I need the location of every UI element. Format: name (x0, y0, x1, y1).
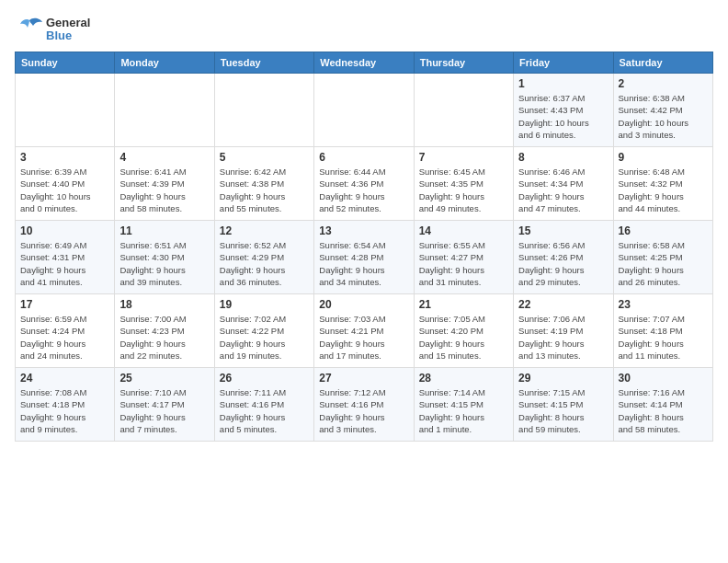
day-info: Sunrise: 6:59 AM Sunset: 4:24 PM Dayligh… (20, 313, 109, 362)
calendar-cell (214, 74, 313, 147)
day-number: 30 (619, 372, 708, 385)
day-number: 5 (220, 151, 309, 164)
calendar-cell: 25Sunrise: 7:10 AM Sunset: 4:17 PM Dayli… (115, 368, 214, 442)
day-info: Sunrise: 6:55 AM Sunset: 4:27 PM Dayligh… (419, 239, 508, 288)
calendar-cell: 27Sunrise: 7:12 AM Sunset: 4:16 PM Dayli… (314, 368, 414, 442)
day-info: Sunrise: 6:49 AM Sunset: 4:31 PM Dayligh… (20, 239, 109, 288)
day-number: 23 (619, 298, 708, 311)
calendar-cell: 29Sunrise: 7:15 AM Sunset: 4:15 PM Dayli… (514, 368, 613, 442)
calendar-cell: 5Sunrise: 6:42 AM Sunset: 4:38 PM Daylig… (214, 147, 313, 221)
day-info: Sunrise: 7:10 AM Sunset: 4:17 PM Dayligh… (119, 386, 209, 435)
day-info: Sunrise: 6:54 AM Sunset: 4:28 PM Dayligh… (319, 239, 408, 288)
day-info: Sunrise: 6:44 AM Sunset: 4:36 PM Dayligh… (319, 166, 408, 214)
day-number: 15 (518, 224, 608, 237)
weekday-header: Saturday (613, 52, 712, 74)
day-number: 17 (20, 298, 109, 311)
calendar-cell: 4Sunrise: 6:41 AM Sunset: 4:39 PM Daylig… (115, 147, 214, 221)
day-number: 6 (319, 151, 408, 164)
logo: General Blue (15, 15, 90, 44)
day-number: 12 (220, 224, 309, 237)
logo-text-blue: Blue (46, 29, 90, 42)
day-info: Sunrise: 6:48 AM Sunset: 4:32 PM Dayligh… (619, 166, 708, 214)
day-number: 10 (20, 224, 109, 237)
day-number: 14 (419, 224, 508, 237)
day-info: Sunrise: 7:16 AM Sunset: 4:14 PM Dayligh… (619, 386, 708, 435)
day-info: Sunrise: 6:39 AM Sunset: 4:40 PM Dayligh… (20, 166, 109, 214)
calendar-cell: 14Sunrise: 6:55 AM Sunset: 4:27 PM Dayli… (414, 221, 513, 294)
day-info: Sunrise: 6:41 AM Sunset: 4:39 PM Dayligh… (119, 166, 209, 214)
day-number: 26 (220, 372, 309, 385)
calendar-cell (115, 74, 214, 147)
calendar-cell: 16Sunrise: 6:58 AM Sunset: 4:25 PM Dayli… (613, 221, 712, 294)
day-info: Sunrise: 6:46 AM Sunset: 4:34 PM Dayligh… (518, 166, 608, 214)
day-number: 29 (518, 372, 608, 385)
calendar-cell: 9Sunrise: 6:48 AM Sunset: 4:32 PM Daylig… (613, 147, 712, 221)
day-info: Sunrise: 6:45 AM Sunset: 4:35 PM Dayligh… (419, 166, 508, 214)
weekday-header: Wednesday (314, 52, 414, 74)
calendar-cell: 12Sunrise: 6:52 AM Sunset: 4:29 PM Dayli… (214, 221, 313, 294)
calendar-cell (16, 74, 115, 147)
calendar-cell: 28Sunrise: 7:14 AM Sunset: 4:15 PM Dayli… (414, 368, 513, 442)
calendar-cell: 15Sunrise: 6:56 AM Sunset: 4:26 PM Dayli… (514, 221, 613, 294)
logo-bird-icon (15, 15, 44, 44)
day-number: 8 (518, 151, 608, 164)
day-info: Sunrise: 6:58 AM Sunset: 4:25 PM Dayligh… (619, 239, 708, 288)
day-info: Sunrise: 7:15 AM Sunset: 4:15 PM Dayligh… (518, 386, 608, 435)
day-info: Sunrise: 7:06 AM Sunset: 4:19 PM Dayligh… (518, 313, 608, 362)
calendar-table: SundayMondayTuesdayWednesdayThursdayFrid… (15, 52, 713, 442)
calendar-cell: 26Sunrise: 7:11 AM Sunset: 4:16 PM Dayli… (214, 368, 313, 442)
day-info: Sunrise: 7:12 AM Sunset: 4:16 PM Dayligh… (319, 386, 408, 435)
day-number: 18 (119, 298, 209, 311)
calendar-cell: 24Sunrise: 7:08 AM Sunset: 4:18 PM Dayli… (16, 368, 115, 442)
calendar-cell: 3Sunrise: 6:39 AM Sunset: 4:40 PM Daylig… (16, 147, 115, 221)
weekday-header: Friday (514, 52, 613, 74)
day-number: 19 (220, 298, 309, 311)
day-number: 4 (119, 151, 209, 164)
day-number: 1 (518, 77, 608, 90)
day-number: 16 (619, 224, 708, 237)
day-number: 20 (319, 298, 408, 311)
calendar-cell (414, 74, 513, 147)
calendar-cell: 22Sunrise: 7:06 AM Sunset: 4:19 PM Dayli… (514, 294, 613, 368)
day-number: 3 (20, 151, 109, 164)
calendar-cell (314, 74, 414, 147)
day-number: 9 (619, 151, 708, 164)
weekday-header: Thursday (414, 52, 513, 74)
day-number: 27 (319, 372, 408, 385)
calendar-cell: 19Sunrise: 7:02 AM Sunset: 4:22 PM Dayli… (214, 294, 313, 368)
calendar-cell: 20Sunrise: 7:03 AM Sunset: 4:21 PM Dayli… (314, 294, 414, 368)
day-info: Sunrise: 6:37 AM Sunset: 4:43 PM Dayligh… (518, 92, 608, 141)
page-header: General Blue (15, 15, 713, 44)
day-number: 28 (419, 372, 508, 385)
day-info: Sunrise: 7:05 AM Sunset: 4:20 PM Dayligh… (419, 313, 508, 362)
calendar-cell: 18Sunrise: 7:00 AM Sunset: 4:23 PM Dayli… (115, 294, 214, 368)
day-info: Sunrise: 6:51 AM Sunset: 4:30 PM Dayligh… (119, 239, 209, 288)
day-info: Sunrise: 7:07 AM Sunset: 4:18 PM Dayligh… (619, 313, 708, 362)
day-number: 24 (20, 372, 109, 385)
day-info: Sunrise: 6:56 AM Sunset: 4:26 PM Dayligh… (518, 239, 608, 288)
day-info: Sunrise: 6:42 AM Sunset: 4:38 PM Dayligh… (220, 166, 309, 214)
day-number: 13 (319, 224, 408, 237)
day-info: Sunrise: 6:38 AM Sunset: 4:42 PM Dayligh… (619, 92, 708, 141)
calendar-cell: 1Sunrise: 6:37 AM Sunset: 4:43 PM Daylig… (514, 74, 613, 147)
calendar-cell: 10Sunrise: 6:49 AM Sunset: 4:31 PM Dayli… (16, 221, 115, 294)
weekday-header: Tuesday (214, 52, 313, 74)
day-number: 11 (119, 224, 209, 237)
calendar-cell: 23Sunrise: 7:07 AM Sunset: 4:18 PM Dayli… (613, 294, 712, 368)
calendar-cell: 30Sunrise: 7:16 AM Sunset: 4:14 PM Dayli… (613, 368, 712, 442)
day-info: Sunrise: 7:00 AM Sunset: 4:23 PM Dayligh… (119, 313, 209, 362)
weekday-header: Sunday (16, 52, 115, 74)
calendar-cell: 2Sunrise: 6:38 AM Sunset: 4:42 PM Daylig… (613, 74, 712, 147)
day-info: Sunrise: 6:52 AM Sunset: 4:29 PM Dayligh… (220, 239, 309, 288)
day-info: Sunrise: 7:11 AM Sunset: 4:16 PM Dayligh… (220, 386, 309, 435)
day-info: Sunrise: 7:14 AM Sunset: 4:15 PM Dayligh… (419, 386, 508, 435)
calendar-cell: 21Sunrise: 7:05 AM Sunset: 4:20 PM Dayli… (414, 294, 513, 368)
calendar-cell: 11Sunrise: 6:51 AM Sunset: 4:30 PM Dayli… (115, 221, 214, 294)
calendar-cell: 13Sunrise: 6:54 AM Sunset: 4:28 PM Dayli… (314, 221, 414, 294)
calendar-cell: 8Sunrise: 6:46 AM Sunset: 4:34 PM Daylig… (514, 147, 613, 221)
calendar-cell: 6Sunrise: 6:44 AM Sunset: 4:36 PM Daylig… (314, 147, 414, 221)
day-number: 2 (619, 77, 708, 90)
day-info: Sunrise: 7:03 AM Sunset: 4:21 PM Dayligh… (319, 313, 408, 362)
day-info: Sunrise: 7:08 AM Sunset: 4:18 PM Dayligh… (20, 386, 109, 435)
weekday-header: Monday (115, 52, 214, 74)
